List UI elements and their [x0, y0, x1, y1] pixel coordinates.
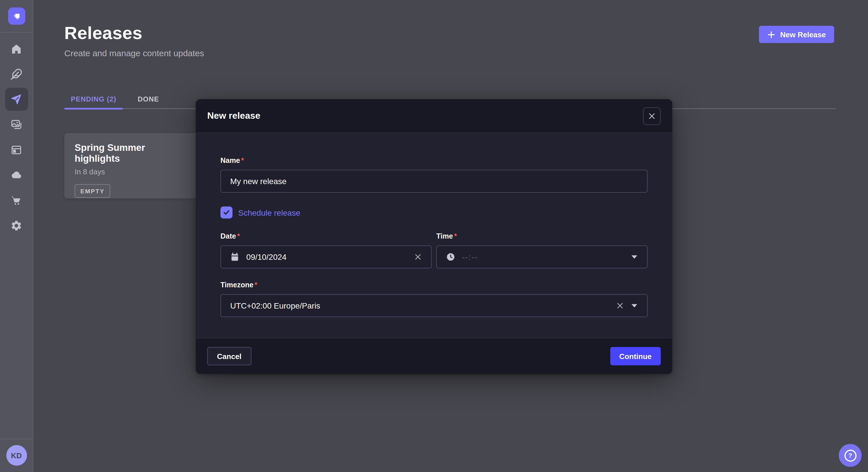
date-label-text: Date: [220, 232, 236, 240]
tab-pending[interactable]: PENDING (2): [64, 89, 123, 109]
close-icon: [648, 112, 656, 120]
clock-icon: [446, 252, 455, 262]
timezone-field-group: Timezone* UTC+02:00 Europe/Paris: [220, 281, 648, 317]
paper-plane-icon: [10, 93, 22, 105]
release-card-status-badge: EMPTY: [74, 184, 110, 198]
sidebar-divider-bottom: [0, 439, 33, 439]
release-card-meta: In 8 days: [74, 167, 188, 176]
page-subtitle: Create and manage content updates: [64, 48, 204, 58]
sidebar-item-settings[interactable]: [5, 214, 28, 237]
continue-button[interactable]: Continue: [610, 347, 661, 365]
new-release-modal: New release Name* Schedule: [196, 99, 672, 374]
name-label: Name*: [220, 157, 648, 165]
time-input[interactable]: --:--: [436, 245, 648, 268]
name-label-text: Name: [220, 157, 240, 165]
sidebar-item-marketplace[interactable]: [5, 189, 28, 212]
sidebar-item-content-manager[interactable]: [5, 138, 28, 161]
sidebar-item-media-library[interactable]: [5, 113, 28, 136]
sidebar-item-releases[interactable]: [5, 88, 28, 111]
sidebar-item-content-type-builder[interactable]: [5, 63, 28, 86]
cloud-icon: [10, 169, 22, 181]
timezone-value: UTC+02:00 Europe/Paris: [230, 301, 609, 310]
timezone-clear-button[interactable]: [616, 302, 624, 310]
modal-body: Name* Schedule release Date*: [196, 133, 672, 338]
release-card-title: Spring Summer highlights: [74, 142, 188, 164]
question-mark-icon: ?: [844, 449, 856, 461]
check-icon: [223, 209, 230, 216]
plus-icon: [767, 30, 776, 39]
name-input[interactable]: [220, 170, 648, 193]
new-release-button-label: New Release: [780, 30, 826, 39]
tab-done[interactable]: DONE: [135, 89, 162, 109]
timezone-select[interactable]: UTC+02:00 Europe/Paris: [220, 294, 648, 317]
schedule-checkbox-label[interactable]: Schedule release: [238, 208, 300, 217]
time-label-text: Time: [436, 232, 453, 240]
cancel-button[interactable]: Cancel: [207, 347, 251, 365]
gear-icon: [10, 220, 22, 231]
date-input[interactable]: 09/10/2024: [220, 245, 432, 268]
cart-icon: [10, 194, 22, 206]
calendar-icon: [230, 252, 239, 262]
close-button[interactable]: [643, 107, 661, 125]
required-asterisk: *: [241, 157, 244, 165]
app-root: KD Releases Create and manage content up…: [0, 0, 868, 472]
required-asterisk: *: [255, 281, 257, 289]
date-label: Date*: [220, 232, 432, 241]
required-asterisk: *: [237, 232, 240, 240]
timezone-label: Timezone*: [220, 281, 648, 290]
active-tab-indicator: [64, 108, 123, 109]
clear-icon: [414, 253, 422, 261]
modal-footer: Cancel Continue: [196, 338, 672, 374]
layout-icon: [10, 144, 22, 156]
avatar[interactable]: KD: [6, 445, 27, 466]
time-placeholder: --:--: [462, 252, 624, 262]
sidebar: KD: [0, 0, 33, 472]
chevron-down-icon: [631, 255, 638, 259]
date-clear-button[interactable]: [414, 253, 422, 261]
required-asterisk: *: [454, 232, 457, 240]
name-field-group: Name*: [220, 157, 648, 193]
schedule-checkbox[interactable]: [220, 206, 232, 218]
chevron-down-icon: [631, 303, 638, 308]
sidebar-item-deploy[interactable]: [5, 164, 28, 187]
home-icon: [10, 43, 22, 55]
modal-title: New release: [207, 111, 260, 121]
sidebar-item-home[interactable]: [5, 37, 28, 60]
images-icon: [10, 119, 22, 131]
feather-icon: [10, 68, 22, 80]
time-label: Time*: [436, 232, 648, 241]
page-title: Releases: [64, 23, 143, 43]
date-time-row: Date* 09/10/2024: [220, 232, 648, 268]
modal-header: New release: [196, 99, 672, 133]
strapi-logo[interactable]: [8, 7, 25, 25]
help-button[interactable]: ?: [839, 444, 862, 467]
new-release-button[interactable]: New Release: [759, 26, 834, 43]
clear-icon: [616, 302, 624, 310]
schedule-release-row: Schedule release: [220, 206, 648, 218]
sidebar-nav: [5, 33, 28, 237]
time-field-group: Time* --:--: [436, 232, 648, 268]
sidebar-bottom: KD: [0, 439, 33, 472]
timezone-label-text: Timezone: [220, 281, 253, 289]
release-card[interactable]: Spring Summer highlights In 8 days EMPTY: [64, 133, 198, 198]
date-value: 09/10/2024: [246, 252, 407, 262]
strapi-logo-icon: [11, 11, 22, 21]
date-field-group: Date* 09/10/2024: [220, 232, 432, 268]
